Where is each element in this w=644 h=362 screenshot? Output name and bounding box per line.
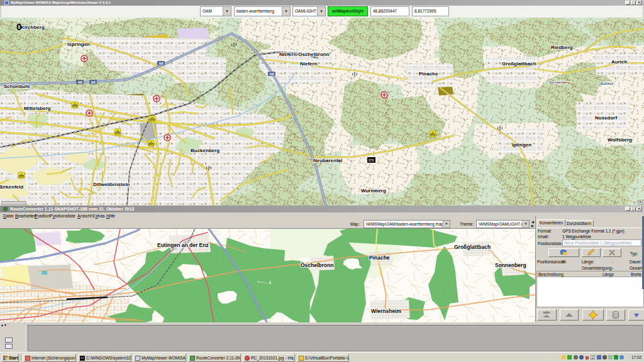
svg-text:Pinache: Pinache [369,255,390,261]
svg-text:Buckenberg: Buckenberg [191,148,219,153]
svg-text:A8: A8 [158,62,163,65]
svg-text:0: 0 [16,21,21,32]
svg-text:Kirchberg: Kirchberg [21,25,45,30]
svg-text:Wolfsberg: Wolfsberg [608,137,632,143]
svg-text:379: 379 [369,158,374,162]
svg-text:Wurmberg: Wurmberg [361,188,386,194]
svg-text:Öschelbronn: Öschelbronn [301,262,333,268]
svg-text:A8: A8 [77,80,82,84]
svg-text:Neubarental: Neubarental [313,158,342,163]
svg-text:Mittelsberg: Mittelsberg [24,106,51,111]
svg-text:Dillweißenstein: Dillweißenstein [93,182,130,187]
svg-text:Aurich: Aurich [611,59,627,65]
svg-text:A8: A8 [91,80,95,84]
svg-text:Riedberg: Riedberg [551,45,573,50]
svg-text:Sonnenberg: Sonnenberg [549,80,570,84]
svg-text:Iptingen: Iptingen [512,142,531,148]
svg-text:Eutingen an der Enz: Eutingen an der Enz [157,242,209,248]
svg-text:Ispringen: Ispringen [67,41,90,47]
svg-text:Wiernsheim: Wiernsheim [371,308,402,314]
svg-text:Niefern-Oschelbronn: Niefern-Oschelbronn [279,52,330,57]
svg-text:Großglattbach: Großglattbach [502,61,536,67]
svg-text:Schonbuhl: Schonbuhl [4,84,30,89]
svg-text:Großglattbach: Großglattbach [454,244,491,250]
svg-text:Eichhof: Eichhof [601,82,613,85]
svg-text:Nussdorf: Nussdorf [595,115,617,121]
svg-text:Pinache: Pinache [419,71,438,77]
svg-text:Niefern: Niefern [300,61,318,67]
svg-text:Birkenfeld: Birkenfeld [0,184,23,190]
svg-text:Sonnenberg: Sonnenberg [495,262,526,268]
svg-text:A8: A8 [269,72,274,76]
